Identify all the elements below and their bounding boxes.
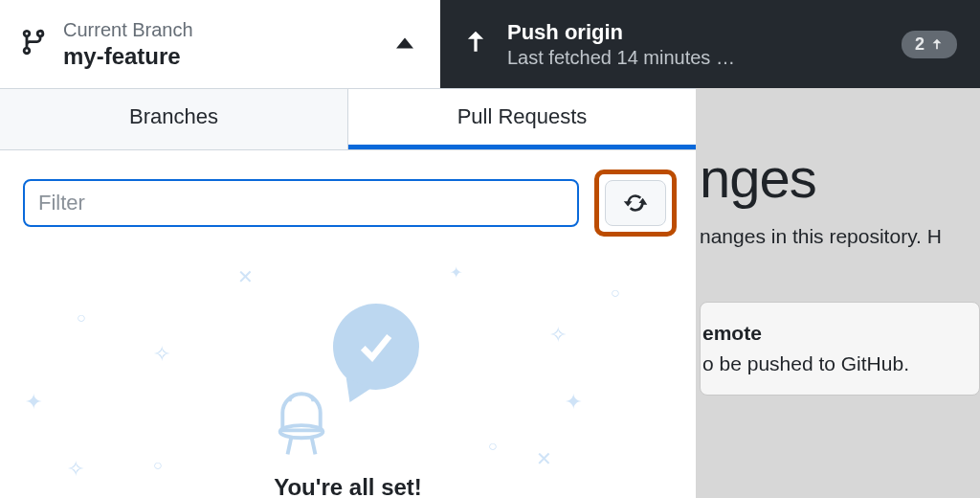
filter-row <box>0 150 696 256</box>
filter-input[interactable] <box>23 179 579 227</box>
background-panel: nges nanges in this repository. H emote … <box>696 88 980 498</box>
arrow-up-icon <box>930 37 944 51</box>
sparkle-icon: ✕ <box>536 447 552 470</box>
branch-label: Current Branch <box>63 19 396 41</box>
sparkle-icon: ✧ <box>549 323 567 348</box>
toolbar: Current Branch my-feature Push origin La… <box>0 0 980 88</box>
svg-line-2 <box>312 437 316 454</box>
empty-title: You're all set! <box>0 474 696 498</box>
sparkle-illustration: ○ ✕ ✦ ✧ ✦ ✧ ✦ ○ ✕ ○ ✧ ○ <box>0 256 696 466</box>
refresh-button[interactable] <box>605 180 666 226</box>
sparkle-icon: ✦ <box>25 390 42 415</box>
bg-line: nanges in this repository. H <box>700 225 980 248</box>
sparkle-icon: ○ <box>77 309 86 327</box>
push-subtitle: Last fetched 14 minutes … <box>507 47 882 69</box>
git-branch-icon <box>19 26 48 62</box>
push-origin-button[interactable]: Push origin Last fetched 14 minutes … 2 <box>440 0 980 88</box>
sparkle-icon: ○ <box>153 457 163 474</box>
caret-up-icon <box>396 35 413 53</box>
push-text: Push origin Last fetched 14 minutes … <box>507 20 882 69</box>
sparkle-icon: ○ <box>611 284 620 302</box>
tabs: Branches Pull Requests <box>0 88 696 150</box>
refresh-highlight <box>594 170 677 237</box>
sparkle-icon: ○ <box>488 438 498 455</box>
sparkle-icon: ✦ <box>565 390 582 415</box>
branch-selector[interactable]: Current Branch my-feature <box>0 0 440 88</box>
branch-text: Current Branch my-feature <box>63 19 396 70</box>
push-badge: 2 <box>902 31 957 58</box>
sparkle-icon: ✕ <box>237 265 254 288</box>
check-bubble-icon <box>333 304 429 399</box>
tab-pull-requests[interactable]: Pull Requests <box>348 89 696 149</box>
svg-line-1 <box>288 437 292 454</box>
led-icon <box>268 369 335 461</box>
tab-branches[interactable]: Branches <box>0 89 348 149</box>
empty-state: ○ ✕ ✦ ✧ ✦ ✧ ✦ ○ ✕ ○ ✧ ○ You're all set! <box>0 256 696 498</box>
bg-heading: nges <box>700 146 980 210</box>
branch-name: my-feature <box>63 43 396 70</box>
bg-card-sub: o be pushed to GitHub. <box>702 352 979 375</box>
push-up-icon <box>463 30 488 58</box>
sparkle-icon: ✧ <box>67 457 84 482</box>
sparkle-icon: ✧ <box>153 342 170 367</box>
push-badge-count: 2 <box>915 34 924 55</box>
sparkle-icon: ✦ <box>450 263 462 282</box>
check-icon <box>355 326 397 368</box>
sync-icon <box>622 190 649 216</box>
push-title: Push origin <box>507 20 882 45</box>
bg-card-title: emote <box>702 322 979 345</box>
bg-card: emote o be pushed to GitHub. <box>700 302 980 396</box>
